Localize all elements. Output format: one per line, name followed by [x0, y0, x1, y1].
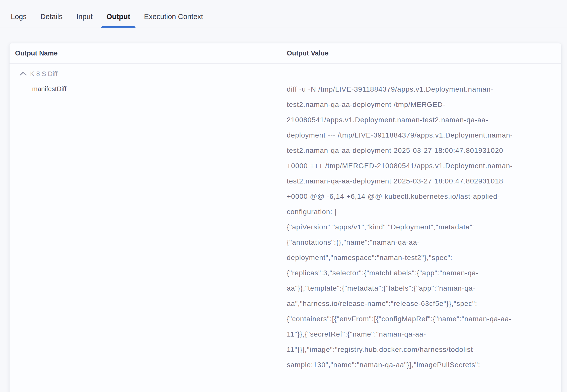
tab-execution-context[interactable]: Execution Context	[144, 13, 203, 28]
tab-logs[interactable]: Logs	[11, 13, 27, 28]
k8s-diff-group-row[interactable]: K 8 S Diff	[10, 67, 561, 81]
group-label: K 8 S Diff	[30, 70, 57, 78]
table-header-row: Output Name Output Value	[10, 43, 561, 63]
output-table-card: Output Name Output Value K 8 S Diff mani…	[10, 43, 561, 392]
column-header-output-name: Output Name	[10, 49, 287, 57]
tab-bar: Logs Details Input Output Execution Cont…	[0, 0, 567, 28]
tab-output[interactable]: Output	[106, 13, 130, 28]
output-value-cell: diff -u -N /tmp/LIVE-3911884379/apps.v1.…	[287, 82, 561, 372]
tab-output-label: Output	[106, 13, 130, 21]
column-header-output-value: Output Value	[287, 49, 561, 57]
chevron-up-icon[interactable]	[19, 71, 27, 76]
table-row: manifestDiff diff -u -N /tmp/LIVE-391188…	[10, 82, 561, 372]
active-tab-underline	[101, 26, 135, 28]
tab-input[interactable]: Input	[77, 13, 93, 28]
tab-details[interactable]: Details	[40, 13, 63, 28]
output-name-manifestdiff: manifestDiff	[10, 82, 287, 93]
output-value-manifestdiff: diff -u -N /tmp/LIVE-3911884379/apps.v1.…	[287, 82, 519, 372]
